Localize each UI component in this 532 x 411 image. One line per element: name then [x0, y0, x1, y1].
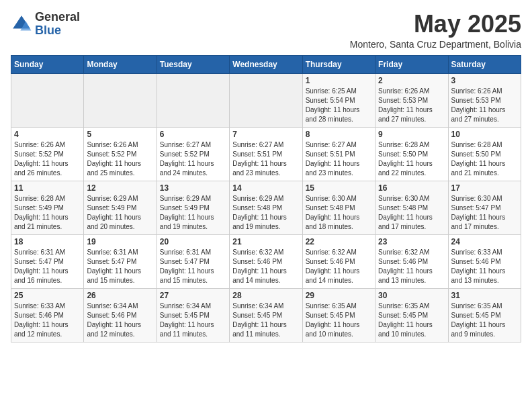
calendar-body: 1Sunrise: 6:25 AM Sunset: 5:54 PM Daylig… — [11, 73, 521, 342]
day-info: Sunrise: 6:26 AM Sunset: 5:53 PM Dayligh… — [451, 87, 518, 124]
header-row: SundayMondayTuesdayWednesdayThursdayFrid… — [11, 55, 521, 73]
day-info: Sunrise: 6:28 AM Sunset: 5:50 PM Dayligh… — [378, 140, 445, 178]
header-day-thursday: Thursday — [302, 55, 375, 73]
day-info: Sunrise: 6:30 AM Sunset: 5:48 PM Dayligh… — [378, 194, 445, 232]
day-info: Sunrise: 6:25 AM Sunset: 5:54 PM Dayligh… — [306, 87, 372, 124]
day-cell: 11Sunrise: 6:28 AM Sunset: 5:49 PM Dayli… — [11, 181, 84, 234]
day-info: Sunrise: 6:26 AM Sunset: 5:53 PM Dayligh… — [378, 87, 445, 124]
day-cell: 14Sunrise: 6:29 AM Sunset: 5:48 PM Dayli… — [230, 181, 302, 234]
week-row-3: 11Sunrise: 6:28 AM Sunset: 5:49 PM Dayli… — [11, 181, 521, 234]
day-number: 1 — [306, 76, 372, 85]
day-number: 18 — [14, 237, 81, 246]
day-info: Sunrise: 6:28 AM Sunset: 5:49 PM Dayligh… — [14, 194, 81, 232]
day-cell — [230, 73, 302, 127]
day-number: 23 — [378, 237, 445, 246]
day-info: Sunrise: 6:35 AM Sunset: 5:45 PM Dayligh… — [378, 302, 445, 339]
day-cell: 10Sunrise: 6:28 AM Sunset: 5:50 PM Dayli… — [448, 127, 521, 181]
day-number: 13 — [160, 183, 226, 193]
day-cell: 2Sunrise: 6:26 AM Sunset: 5:53 PM Daylig… — [375, 73, 448, 127]
logo-text: General Blue — [35, 11, 80, 38]
page-header: General Blue May 2025 Montero, Santa Cru… — [11, 11, 521, 50]
day-number: 12 — [87, 183, 153, 193]
day-cell — [157, 73, 229, 127]
day-cell: 16Sunrise: 6:30 AM Sunset: 5:48 PM Dayli… — [375, 181, 448, 234]
day-cell: 6Sunrise: 6:27 AM Sunset: 5:52 PM Daylig… — [157, 127, 229, 181]
day-number: 6 — [160, 130, 226, 139]
day-cell: 24Sunrise: 6:33 AM Sunset: 5:46 PM Dayli… — [448, 234, 521, 288]
day-number: 21 — [232, 237, 299, 246]
day-cell: 26Sunrise: 6:34 AM Sunset: 5:46 PM Dayli… — [84, 288, 157, 342]
day-number: 9 — [378, 130, 445, 139]
day-info: Sunrise: 6:34 AM Sunset: 5:45 PM Dayligh… — [160, 302, 226, 339]
day-info: Sunrise: 6:35 AM Sunset: 5:45 PM Dayligh… — [306, 302, 372, 339]
logo-blue-text: Blue — [35, 24, 80, 38]
day-info: Sunrise: 6:33 AM Sunset: 5:46 PM Dayligh… — [14, 302, 81, 339]
day-info: Sunrise: 6:26 AM Sunset: 5:52 PM Dayligh… — [14, 140, 81, 178]
day-info: Sunrise: 6:29 AM Sunset: 5:49 PM Dayligh… — [87, 194, 153, 232]
day-number: 4 — [14, 130, 81, 139]
day-cell: 15Sunrise: 6:30 AM Sunset: 5:48 PM Dayli… — [302, 181, 375, 234]
day-number: 29 — [306, 291, 372, 300]
day-cell: 12Sunrise: 6:29 AM Sunset: 5:49 PM Dayli… — [84, 181, 157, 234]
logo-icon — [11, 13, 32, 35]
week-row-4: 18Sunrise: 6:31 AM Sunset: 5:47 PM Dayli… — [11, 234, 521, 288]
day-info: Sunrise: 6:29 AM Sunset: 5:48 PM Dayligh… — [232, 194, 299, 232]
day-number: 28 — [232, 291, 299, 300]
header-day-friday: Friday — [375, 55, 448, 73]
day-number: 30 — [378, 291, 445, 300]
day-cell: 13Sunrise: 6:29 AM Sunset: 5:49 PM Dayli… — [157, 181, 229, 234]
day-info: Sunrise: 6:33 AM Sunset: 5:46 PM Dayligh… — [451, 248, 518, 285]
day-number: 17 — [451, 183, 518, 193]
day-info: Sunrise: 6:30 AM Sunset: 5:48 PM Dayligh… — [306, 194, 372, 232]
day-cell: 7Sunrise: 6:27 AM Sunset: 5:51 PM Daylig… — [230, 127, 302, 181]
day-number: 22 — [306, 237, 372, 246]
day-cell: 21Sunrise: 6:32 AM Sunset: 5:46 PM Dayli… — [230, 234, 302, 288]
day-info: Sunrise: 6:35 AM Sunset: 5:45 PM Dayligh… — [451, 302, 518, 339]
day-info: Sunrise: 6:31 AM Sunset: 5:47 PM Dayligh… — [87, 248, 153, 285]
day-number: 2 — [378, 76, 445, 85]
location-subtitle: Montero, Santa Cruz Department, Bolivia — [350, 39, 521, 50]
day-cell: 18Sunrise: 6:31 AM Sunset: 5:47 PM Dayli… — [11, 234, 84, 288]
day-cell: 8Sunrise: 6:27 AM Sunset: 5:51 PM Daylig… — [302, 127, 375, 181]
day-info: Sunrise: 6:34 AM Sunset: 5:45 PM Dayligh… — [232, 302, 299, 339]
day-number: 7 — [232, 130, 299, 139]
header-day-wednesday: Wednesday — [230, 55, 302, 73]
day-cell: 31Sunrise: 6:35 AM Sunset: 5:45 PM Dayli… — [448, 288, 521, 342]
day-number: 19 — [87, 237, 153, 246]
day-cell: 5Sunrise: 6:26 AM Sunset: 5:52 PM Daylig… — [84, 127, 157, 181]
week-row-2: 4Sunrise: 6:26 AM Sunset: 5:52 PM Daylig… — [11, 127, 521, 181]
day-info: Sunrise: 6:32 AM Sunset: 5:46 PM Dayligh… — [232, 248, 299, 285]
day-info: Sunrise: 6:34 AM Sunset: 5:46 PM Dayligh… — [87, 302, 153, 339]
day-info: Sunrise: 6:27 AM Sunset: 5:51 PM Dayligh… — [306, 140, 372, 178]
day-cell: 3Sunrise: 6:26 AM Sunset: 5:53 PM Daylig… — [448, 73, 521, 127]
day-info: Sunrise: 6:32 AM Sunset: 5:46 PM Dayligh… — [306, 248, 372, 285]
calendar-header: SundayMondayTuesdayWednesdayThursdayFrid… — [11, 55, 521, 73]
calendar-table: SundayMondayTuesdayWednesdayThursdayFrid… — [11, 55, 521, 342]
day-number: 14 — [232, 183, 299, 193]
day-cell: 17Sunrise: 6:30 AM Sunset: 5:47 PM Dayli… — [448, 181, 521, 234]
day-number: 26 — [87, 291, 153, 300]
day-number: 15 — [306, 183, 372, 193]
day-number: 24 — [451, 237, 518, 246]
header-day-tuesday: Tuesday — [157, 55, 229, 73]
day-number: 5 — [87, 130, 153, 139]
day-info: Sunrise: 6:32 AM Sunset: 5:46 PM Dayligh… — [378, 248, 445, 285]
day-cell: 23Sunrise: 6:32 AM Sunset: 5:46 PM Dayli… — [375, 234, 448, 288]
day-cell: 29Sunrise: 6:35 AM Sunset: 5:45 PM Dayli… — [302, 288, 375, 342]
day-info: Sunrise: 6:26 AM Sunset: 5:52 PM Dayligh… — [87, 140, 153, 178]
header-day-sunday: Sunday — [11, 55, 84, 73]
day-cell — [84, 73, 157, 127]
day-number: 27 — [160, 291, 226, 300]
day-number: 20 — [160, 237, 226, 246]
header-day-monday: Monday — [84, 55, 157, 73]
logo: General Blue — [11, 11, 80, 38]
day-cell: 19Sunrise: 6:31 AM Sunset: 5:47 PM Dayli… — [84, 234, 157, 288]
day-cell: 27Sunrise: 6:34 AM Sunset: 5:45 PM Dayli… — [157, 288, 229, 342]
month-title: May 2025 — [350, 11, 521, 38]
day-info: Sunrise: 6:30 AM Sunset: 5:47 PM Dayligh… — [451, 194, 518, 232]
day-info: Sunrise: 6:31 AM Sunset: 5:47 PM Dayligh… — [160, 248, 226, 285]
day-info: Sunrise: 6:29 AM Sunset: 5:49 PM Dayligh… — [160, 194, 226, 232]
day-number: 11 — [14, 183, 81, 193]
day-info: Sunrise: 6:27 AM Sunset: 5:51 PM Dayligh… — [232, 140, 299, 178]
day-number: 3 — [451, 76, 518, 85]
